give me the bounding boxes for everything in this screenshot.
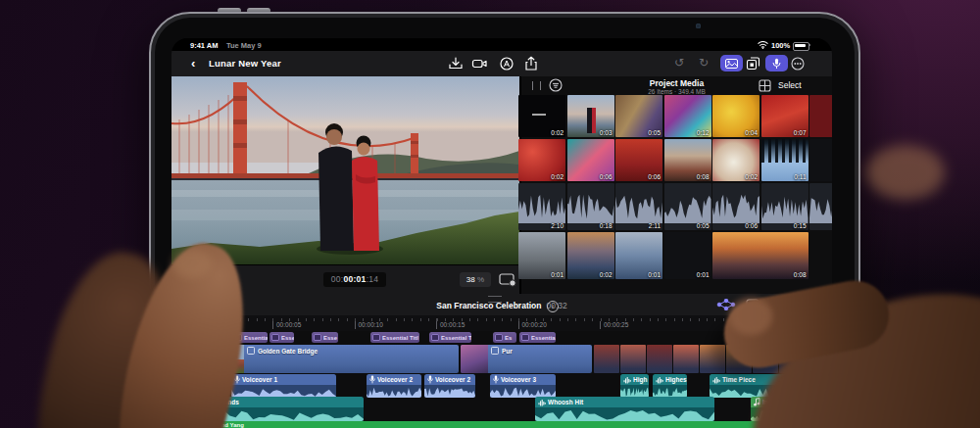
timecode-display[interactable]: 00:00:01:14	[323, 272, 386, 287]
title-clip[interactable]: Essentia	[232, 332, 268, 343]
media-clip[interactable]: 0:03	[567, 95, 614, 137]
title-clip[interactable]: Esse	[312, 332, 338, 343]
clip-duration: 0:02	[551, 129, 564, 136]
media-clip[interactable]: 2:11	[615, 183, 662, 230]
clip-duration: 0:01	[697, 271, 710, 278]
video-clip[interactable]	[594, 345, 619, 373]
audio-clip-time-piece[interactable]: Time Piece	[710, 374, 804, 398]
media-clip[interactable]: 2:10	[518, 183, 565, 230]
media-clip[interactable]: 0:02	[518, 139, 565, 181]
zoom-value: 38	[466, 275, 475, 284]
media-clip[interactable]: 0:02	[518, 95, 565, 137]
video-clip[interactable]: Pur	[461, 345, 592, 373]
copy-icon[interactable]	[746, 56, 761, 71]
media-clip[interactable]: 0:12	[664, 95, 711, 137]
video-clip[interactable]	[806, 345, 815, 373]
viewer-preview[interactable]	[172, 76, 519, 264]
title-clip[interactable]: Essentia	[519, 332, 556, 343]
undo-icon[interactable]: ↺	[671, 56, 687, 71]
media-clip[interactable]	[809, 95, 832, 137]
media-clip[interactable]	[809, 139, 832, 181]
select-button[interactable]: Select	[778, 80, 802, 90]
audio-clip-voiceover-3[interactable]: Voiceover 3	[490, 374, 556, 398]
camera-icon[interactable]	[471, 56, 487, 71]
audio-clip-night-winds[interactable]: Night Winds	[189, 397, 364, 421]
media-clip[interactable]: 0:06	[712, 183, 760, 230]
battery-icon	[793, 42, 809, 51]
clip-duration: 2:10	[551, 222, 564, 229]
video-clip[interactable]	[726, 345, 752, 373]
media-clip[interactable]: 0:01	[664, 232, 711, 279]
title-clip[interactable]: Essential Titl	[370, 332, 419, 343]
front-camera	[696, 24, 701, 28]
timeline-tracks: ♪ Yin and Yang EssentiaEsseEsseEssential…	[172, 331, 832, 428]
ruler-label: 00:00:10	[355, 321, 383, 329]
audio-clip-highes[interactable]: Highes	[653, 374, 687, 398]
redo-icon[interactable]: ↻	[696, 56, 711, 71]
audio-clip-voiceover-2[interactable]: Voiceover 2	[424, 374, 475, 398]
clip-duration: 0:02	[551, 173, 564, 180]
grid-view-icon[interactable]	[759, 79, 771, 92]
timeline-ruler[interactable]: 00:00:0500:00:1000:00:1500:00:2000:00:25	[172, 315, 832, 331]
media-browser-button[interactable]	[720, 55, 743, 71]
audio-clip-inertia[interactable]: Inertia	[751, 397, 814, 421]
mic-icon	[427, 375, 433, 384]
info-icon[interactable]: i	[547, 301, 559, 312]
zoom-level[interactable]: 38 %	[460, 272, 491, 287]
video-clip[interactable]	[673, 345, 699, 373]
waveform-icon	[623, 376, 631, 384]
video-clip[interactable]	[700, 345, 725, 373]
video-clip[interactable]: Golden Gate Bridge	[211, 345, 459, 373]
title-clip[interactable]: Essential Titl	[429, 332, 471, 343]
more-icon[interactable]	[791, 57, 807, 72]
music-track-yin-and-yang[interactable]: ♪ Yin and Yang	[191, 421, 832, 428]
waveform-icon	[656, 376, 663, 384]
media-clip[interactable]: 0:05	[615, 95, 662, 137]
ruler-label: 00:00:05	[272, 321, 301, 329]
clip-duration: 0:08	[697, 173, 710, 180]
ruler-label: 00:00:20	[518, 321, 547, 329]
video-clip[interactable]	[753, 345, 778, 373]
playhead-line[interactable]	[218, 316, 220, 428]
audio-clip-voiceover-2[interactable]: Voiceover 2	[367, 374, 421, 398]
media-clip[interactable]	[809, 183, 832, 230]
display-options-icon[interactable]	[499, 272, 516, 287]
ipad-screen: 9:41 AM Tue May 9 100% ‹ Lunar New Year …	[172, 38, 832, 428]
title-clip[interactable]: Es	[493, 332, 516, 343]
media-clip[interactable]: 0:05	[664, 183, 711, 230]
status-bar: 9:41 AM Tue May 9 100%	[172, 38, 832, 51]
media-clip[interactable]: 0:11	[761, 139, 808, 181]
title-clip[interactable]: Esse	[270, 332, 294, 343]
import-tray-icon[interactable]	[448, 56, 464, 71]
video-clip[interactable]	[779, 345, 805, 373]
video-clip[interactable]	[620, 345, 646, 373]
audio-clip-high[interactable]: High	[620, 374, 649, 398]
video-clip[interactable]	[647, 345, 672, 373]
clip-duration: 0:12	[697, 129, 710, 136]
media-clip[interactable]: 0:06	[567, 139, 614, 181]
clip-duration: 0:05	[648, 129, 661, 136]
overlay-tool-icon[interactable]	[746, 299, 760, 310]
clip-duration: 0:06	[745, 222, 758, 229]
clip-duration: 2:11	[649, 222, 661, 229]
media-clip[interactable]: 0:08	[712, 232, 808, 279]
voiceover-mic-button[interactable]	[765, 55, 788, 71]
media-clip[interactable]: 0:15	[761, 183, 808, 230]
media-clip[interactable]: 0:02	[712, 139, 760, 181]
clip-duration: 0:06	[600, 173, 612, 180]
media-clip[interactable]: 0:02	[567, 232, 614, 279]
media-clip[interactable]: 0:01	[518, 232, 565, 279]
share-icon[interactable]	[523, 56, 539, 71]
media-clip[interactable]: 0:08	[664, 139, 711, 181]
media-clip[interactable]: 0:18	[567, 183, 614, 230]
markup-icon[interactable]	[499, 56, 514, 71]
back-button[interactable]: ‹	[191, 56, 201, 70]
ruler-label: 00:00:15	[436, 321, 465, 329]
clip-connect-icon[interactable]	[716, 299, 736, 310]
media-clip[interactable]: 0:07	[761, 95, 808, 137]
audio-clip-voiceover-1[interactable]: Voiceover 1	[231, 374, 336, 398]
audio-clip-whoosh-hit[interactable]: Whoosh Hit	[535, 397, 714, 421]
media-clip[interactable]: 0:06	[615, 139, 662, 181]
media-clip[interactable]: 0:04	[712, 95, 760, 137]
media-clip[interactable]: 0:01	[615, 232, 662, 279]
